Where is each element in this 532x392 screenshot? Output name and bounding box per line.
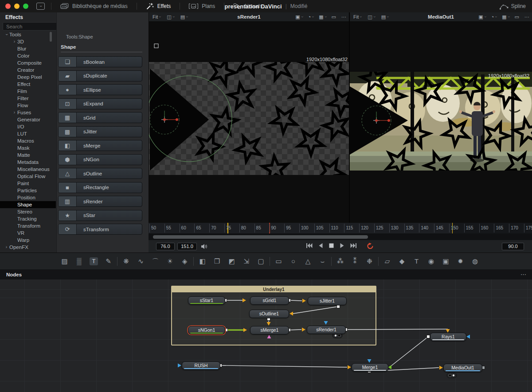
bspline-mask-icon[interactable]: ⌣ xyxy=(318,257,327,266)
right-viewer-ab-buffer-icon[interactable]: ◫› xyxy=(368,14,375,20)
tab-media-pool[interactable]: Bibliothèque de médias xyxy=(56,0,132,12)
right-viewer-viewer-options-icon[interactable]: ⋯ xyxy=(524,14,529,20)
transform-icon[interactable]: ◧ xyxy=(198,257,207,266)
tree-item-composite[interactable]: Composite xyxy=(0,59,56,66)
left-viewer-lut-icon[interactable]: ◔› xyxy=(308,14,314,19)
paint-icon[interactable]: ✎ xyxy=(104,257,113,266)
tree-item-miscellaneous[interactable]: Miscellaneous xyxy=(0,166,56,173)
imageplane3d-icon[interactable]: ▱ xyxy=(383,257,391,266)
tree-item-tools[interactable]: ›Tools xyxy=(0,31,53,38)
tool-stransform[interactable]: ⟳sTransform xyxy=(58,224,142,235)
mattecontrol-icon[interactable]: ◩ xyxy=(227,257,236,266)
tree-item-color[interactable]: Color xyxy=(0,52,56,59)
node-rush[interactable]: RUSH xyxy=(182,361,220,370)
merge3d-icon[interactable]: ◉ xyxy=(427,257,435,266)
audio-mute-icon[interactable] xyxy=(201,244,207,249)
nodes-panel-menu-icon[interactable]: ⋯ xyxy=(520,271,527,278)
right-viewer-canvas[interactable]: 1920x1080xfloat32 xyxy=(350,21,532,223)
loop-button[interactable] xyxy=(367,243,374,249)
right-viewer-frame-format-icon[interactable]: ▭ xyxy=(515,14,519,20)
tree-item-deep-pixel[interactable]: Deep Pixel xyxy=(0,74,56,81)
right-viewer-lut-icon[interactable]: ◔› xyxy=(491,14,497,19)
right-frame-field[interactable]: 90.0 xyxy=(502,243,524,250)
tree-scrollbar[interactable] xyxy=(50,32,52,42)
time-ruler[interactable]: 5055606570758085909510010511011512012513… xyxy=(149,223,532,234)
zoom-window-button[interactable] xyxy=(23,4,28,9)
fastnoise-icon[interactable]: ▒ xyxy=(75,257,83,266)
crop-icon[interactable]: ▢ xyxy=(257,257,265,266)
tree-item-i-o[interactable]: I/O xyxy=(0,123,56,130)
node-smerge1[interactable]: sMerge1 xyxy=(250,326,289,334)
tree-item-particles[interactable]: Particles xyxy=(0,187,56,194)
right-viewer-roi-icon[interactable]: ▣› xyxy=(478,14,485,20)
right-viewer-subview-icon[interactable]: ▤› xyxy=(381,14,388,20)
pemitter-icon[interactable]: ⁂ xyxy=(336,257,344,266)
tool-srectangle[interactable]: ■sRectangle xyxy=(58,182,142,193)
tree-item-flow[interactable]: Flow xyxy=(0,102,56,109)
tree-item-shape[interactable]: Shape xyxy=(0,201,56,208)
tree-item-macros[interactable]: Macros xyxy=(0,137,56,144)
tab-effects[interactable]: Effets xyxy=(141,0,175,12)
chevron-icon[interactable]: › xyxy=(12,38,17,45)
tree-item-mask[interactable]: Mask xyxy=(0,144,56,151)
merge-icon[interactable]: ❐ xyxy=(213,257,221,266)
tool-sstar[interactable]: ★sStar xyxy=(58,210,142,221)
tree-item-effect[interactable]: Effect xyxy=(0,81,56,88)
tool-sgrid[interactable]: ▦sGrid xyxy=(58,112,142,123)
prender-icon[interactable]: ❉ xyxy=(365,257,374,266)
spline-button[interactable]: Spline xyxy=(500,0,526,12)
tree-item-creator[interactable]: Creator xyxy=(0,66,56,74)
range-start-field[interactable]: 76.0 xyxy=(156,243,175,250)
tree-item-position[interactable]: Position xyxy=(0,194,56,201)
tree-item-vr[interactable]: VR xyxy=(0,229,56,237)
tab-nodes[interactable]: Nœuds xyxy=(229,0,266,12)
blur-icon[interactable]: ◈ xyxy=(180,257,189,266)
colorcorrector-icon[interactable]: ❋ xyxy=(122,257,130,266)
tree-item-3d[interactable]: ›3D xyxy=(0,38,56,45)
node-sjitter1[interactable]: sJitter1 xyxy=(308,297,347,305)
left-viewer-canvas[interactable]: 1920x1080xfloat32 xyxy=(149,21,349,223)
node-sstar1[interactable]: sStar1 xyxy=(188,296,225,305)
stop-button[interactable] xyxy=(329,243,334,248)
right-viewer-guides-icon[interactable]: ▦› xyxy=(502,14,509,20)
tree-item-tracking[interactable]: Tracking xyxy=(0,215,56,222)
tool-sboolean[interactable]: ❏sBoolean xyxy=(58,56,142,67)
left-viewer-subview-icon[interactable]: ▤› xyxy=(180,14,188,20)
viewer-divider[interactable] xyxy=(349,12,350,223)
tool-soutline[interactable]: △sOutline xyxy=(58,168,142,179)
tree-item-warp[interactable]: Warp xyxy=(0,237,56,244)
close-window-button[interactable] xyxy=(5,4,11,9)
node-srender1[interactable]: sRender1 xyxy=(307,326,346,334)
play-reverse-button[interactable] xyxy=(318,243,323,248)
play-button[interactable] xyxy=(340,243,344,248)
huecurves-icon[interactable]: ⌒ xyxy=(151,257,160,266)
left-viewer-viewer-options-icon[interactable]: ⋯ xyxy=(341,14,346,20)
shape3d-icon[interactable]: ◆ xyxy=(398,257,406,266)
brightness-contrast-icon[interactable]: ☀ xyxy=(166,257,174,266)
left-viewer-guides-icon[interactable]: ▦› xyxy=(319,14,326,20)
tree-item-openfx[interactable]: ›OpenFX xyxy=(0,244,53,251)
text-plus-icon[interactable]: T xyxy=(90,257,98,265)
rectangle-mask-icon[interactable]: ▭ xyxy=(274,257,283,266)
node-merge1[interactable]: Merge1 xyxy=(352,363,388,372)
right-viewer-zoom-select[interactable]: Fit› xyxy=(353,14,361,19)
node-sgrid1[interactable]: sGrid1 xyxy=(250,296,289,305)
timeline-scrollbar[interactable] xyxy=(149,234,532,240)
tree-item-stereo[interactable]: Stereo xyxy=(0,208,56,215)
chevron-icon[interactable]: › xyxy=(4,244,9,251)
text3d-icon[interactable]: T xyxy=(412,257,421,266)
minimize-window-button[interactable] xyxy=(14,4,20,9)
tool-sduplicate[interactable]: ▰sDuplicate xyxy=(58,70,142,82)
chevron-icon[interactable]: › xyxy=(3,32,10,38)
spotlight-icon[interactable]: ✹ xyxy=(456,257,465,266)
tree-item-paint[interactable]: Paint xyxy=(0,180,56,187)
tab-clips[interactable]: Plans xyxy=(184,0,219,12)
tree-item-generator[interactable]: Generator xyxy=(0,116,56,123)
tree-item-filter[interactable]: Filter xyxy=(0,95,56,102)
tree-item-optical-flow[interactable]: Optical Flow xyxy=(0,173,56,180)
tool-smerge[interactable]: ◧sMerge xyxy=(58,140,142,151)
chevron-icon[interactable]: › xyxy=(12,109,17,116)
background-icon[interactable]: ▨ xyxy=(60,257,69,266)
pmerge-icon[interactable]: ⁑ xyxy=(351,257,359,266)
tree-item-metadata[interactable]: Metadata xyxy=(0,159,56,166)
